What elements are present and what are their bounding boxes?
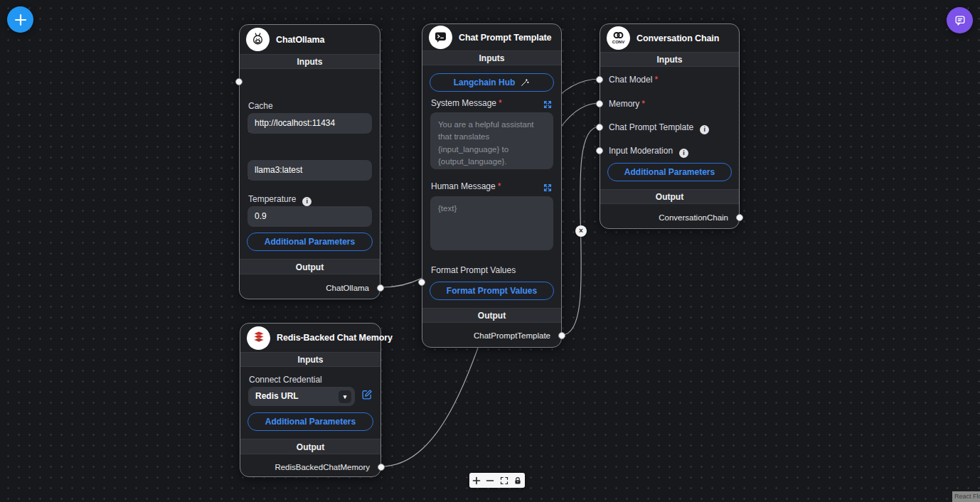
memory-label: Memory* — [609, 99, 645, 109]
output-section-header: Output — [422, 308, 561, 323]
inputs-section-header: Inputs — [600, 52, 739, 67]
required-marker: * — [641, 99, 645, 109]
langchain-hub-button[interactable]: Langchain Hub — [430, 73, 554, 92]
fit-view-button[interactable] — [497, 473, 511, 488]
redis-icon — [247, 326, 270, 350]
magic-wand-icon — [520, 78, 530, 87]
edit-credential-icon[interactable] — [361, 388, 373, 403]
node-redis-chat-memory[interactable]: Redis-Backed Chat Memory Inputs Connect … — [240, 323, 381, 477]
output-anchor-label: RedisBackedChatMemory — [275, 462, 370, 472]
required-marker: * — [498, 181, 501, 191]
format-prompt-values-label: Format Prompt Values — [431, 265, 516, 275]
lock-button[interactable] — [511, 473, 526, 488]
temperature-label: Temperaturei — [248, 194, 311, 206]
conv-caption: CONV — [612, 40, 624, 44]
output-anchor-label: ChatOllama — [326, 283, 369, 293]
format-prompt-values-button[interactable]: Format Prompt Values — [430, 282, 554, 300]
input-handle-chat-prompt-template[interactable] — [596, 124, 603, 131]
flow-canvas[interactable]: × ChatOllama Inputs Cache Base URL* http… — [0, 0, 980, 502]
node-header: Chat Prompt Template — [422, 24, 561, 50]
input-moderation-label: Input Moderationi — [609, 146, 688, 158]
node-title: ChatOllama — [276, 35, 324, 45]
langchain-hub-label: Langchain Hub — [454, 78, 516, 87]
node-chat-prompt-template[interactable]: Chat Prompt Template Inputs Langchain Hu… — [422, 23, 562, 348]
output-anchor-label: ConversationChain — [659, 213, 728, 223]
output-section-header: Output — [240, 259, 380, 274]
node-title: Redis-Backed Chat Memory — [277, 333, 393, 343]
additional-parameters-button[interactable]: Additional Parameters — [247, 412, 373, 431]
cache-label: Cache — [248, 101, 273, 111]
credential-selected-value: Redis URL — [255, 391, 299, 401]
inputs-section-header: Inputs — [240, 54, 380, 69]
minus-icon — [486, 476, 494, 485]
canvas-controls — [469, 473, 525, 488]
chat-model-label: Chat Model* — [609, 75, 658, 85]
fit-view-icon — [500, 476, 508, 485]
chat-prompt-template-label: Chat Prompt Templatei — [609, 122, 709, 134]
output-handle-chatprompttemplate[interactable] — [558, 332, 565, 339]
chat-button[interactable] — [947, 7, 973, 33]
node-title: Chat Prompt Template — [459, 33, 551, 43]
info-icon: i — [302, 197, 311, 206]
inputs-section-header: Inputs — [422, 50, 561, 65]
node-header: CONV Conversation Chain — [600, 24, 739, 52]
base-url-input[interactable]: http://localhost:11434 — [247, 113, 372, 134]
chat-bubble-icon — [953, 14, 967, 28]
node-chatollama[interactable]: ChatOllama Inputs Cache Base URL* http:/… — [239, 24, 380, 299]
output-handle-chatollama[interactable] — [377, 284, 384, 292]
input-handle-chat-model[interactable] — [596, 76, 603, 83]
output-section-header: Output — [240, 439, 380, 454]
additional-parameters-button[interactable]: Additional Parameters — [247, 233, 373, 251]
connect-credential-label: Connect Credential — [249, 375, 322, 385]
conversation-chain-icon: CONV — [607, 26, 630, 50]
info-icon: i — [679, 149, 688, 158]
required-marker: * — [654, 75, 658, 85]
input-handle-cache[interactable] — [235, 78, 243, 85]
input-handle-format-prompt-values[interactable] — [418, 279, 425, 286]
plus-icon — [472, 476, 481, 485]
reactflow-attribution[interactable]: React Flow — [952, 491, 980, 502]
expand-icon[interactable] — [543, 183, 553, 193]
chatollama-llama-icon — [246, 28, 270, 51]
plus-icon — [14, 14, 27, 26]
required-marker: * — [499, 98, 502, 108]
node-header: ChatOllama — [240, 25, 380, 54]
output-anchor-label: ChatPromptTemplate — [474, 331, 550, 341]
caret-down-icon[interactable]: ▾ — [339, 390, 351, 403]
model-name-input[interactable]: llama3:latest — [247, 160, 372, 181]
info-icon: i — [700, 125, 709, 134]
output-section-header: Output — [600, 189, 739, 204]
input-handle-input-moderation[interactable] — [596, 147, 603, 154]
human-message-textarea[interactable]: {text} — [430, 196, 553, 250]
expand-icon[interactable] — [543, 100, 553, 110]
human-message-label: Human Message* — [431, 181, 501, 191]
output-handle-redisbackedchatmemory[interactable] — [378, 464, 385, 471]
zoom-out-button[interactable] — [484, 473, 498, 488]
prompt-bubble-icon — [429, 26, 452, 49]
node-header: Redis-Backed Chat Memory — [240, 324, 380, 352]
inputs-section-header: Inputs — [240, 352, 380, 367]
add-node-button[interactable] — [7, 6, 33, 33]
node-conversation-chain[interactable]: CONV Conversation Chain Inputs Chat Mode… — [600, 23, 740, 229]
temperature-input[interactable]: 0.9 — [247, 206, 372, 227]
system-message-textarea[interactable]: You are a helpful assistant that transla… — [430, 112, 553, 169]
zoom-in-button[interactable] — [469, 473, 484, 488]
output-handle-conversationchain[interactable] — [736, 214, 743, 221]
lock-icon — [513, 476, 522, 485]
node-title: Conversation Chain — [637, 33, 719, 43]
input-handle-memory[interactable] — [596, 100, 603, 107]
additional-parameters-button[interactable]: Additional Parameters — [607, 163, 732, 181]
edge-delete-button[interactable]: × — [575, 225, 587, 237]
system-message-label: System Message* — [431, 98, 502, 108]
credential-select[interactable]: Redis URL ▾ — [248, 387, 355, 406]
